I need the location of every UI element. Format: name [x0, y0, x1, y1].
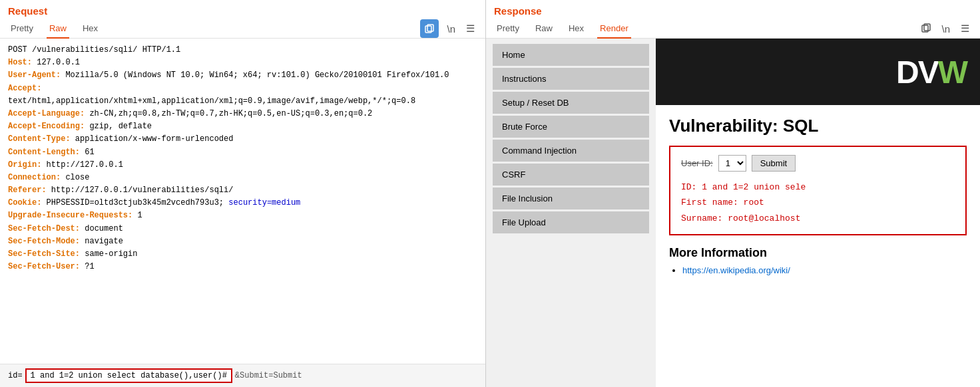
dvwa-logo: DVW	[896, 54, 967, 90]
copy-icon[interactable]	[420, 19, 439, 38]
vuln-title: Vulnerability: SQL	[669, 116, 967, 136]
result-firstname: First name: root	[681, 195, 955, 210]
sqli-box: User ID: 1 2 3 Submit ID: 1 and 1=2 unio…	[669, 146, 967, 235]
sidebar-item-csrf[interactable]: CSRF	[493, 164, 649, 186]
tab-render-response[interactable]: Render	[597, 19, 631, 39]
response-tab-icons: \n ☰	[919, 21, 972, 36]
result-id: ID: 1 and 1=2 union sele	[681, 180, 955, 195]
response-title: Response	[494, 5, 542, 17]
result-surname: Surname: root@localhost	[681, 211, 955, 226]
more-info-link-1[interactable]: https://en.wikipedia.org/wiki/	[682, 265, 790, 275]
sidebar-item-setup[interactable]: Setup / Reset DB	[493, 92, 649, 114]
sidebar-item-file-inclusion[interactable]: File Inclusion	[493, 188, 649, 209]
tab-raw-request[interactable]: Raw	[47, 19, 69, 39]
sidebar-item-command-injection[interactable]: Command Injection	[493, 140, 649, 162]
request-line-accept: Accept:	[8, 82, 477, 95]
result-text: ID: 1 and 1=2 union sele First name: roo…	[681, 180, 955, 226]
response-panel: Response Pretty Raw Hex Render \n ☰ Home…	[486, 0, 980, 387]
request-line-ae: Accept-Encoding: gzip, deflate	[8, 120, 477, 133]
response-tab-bar: Pretty Raw Hex Render \n ☰	[486, 19, 980, 39]
tab-hex-request[interactable]: Hex	[80, 19, 101, 39]
request-line-host: Host: 127.0.0.1	[8, 57, 477, 69]
user-id-select[interactable]: 1 2 3	[718, 155, 746, 172]
request-body: POST /vulnerabilities/sqli/ HTTP/1.1 Hos…	[0, 39, 485, 364]
request-panel: Request Pretty Raw Hex \n ☰ POST /vulner…	[0, 0, 486, 387]
request-title: Request	[8, 5, 47, 17]
sidebar-item-home[interactable]: Home	[493, 44, 649, 66]
request-line-1: POST /vulnerabilities/sqli/ HTTP/1.1	[8, 44, 477, 57]
sidebar-nav: Home Instructions Setup / Reset DB Brute…	[486, 39, 656, 387]
tab-raw-response[interactable]: Raw	[533, 19, 555, 39]
main-content: DVW Vulnerability: SQL User ID: 1 2 3 Su…	[656, 39, 980, 387]
more-info-title: More Information	[669, 246, 967, 260]
tab-pretty-request[interactable]: Pretty	[8, 19, 36, 39]
response-header: Response	[486, 0, 980, 19]
copy-response-icon[interactable]	[919, 22, 933, 36]
content-body: Vulnerability: SQL User ID: 1 2 3 Submit…	[656, 105, 980, 289]
user-id-label: User ID:	[681, 158, 713, 168]
footer-id-label: id=	[8, 371, 23, 380]
request-line-sfm: Sec-Fetch-Mode: navigate	[8, 235, 477, 248]
response-content: Home Instructions Setup / Reset DB Brute…	[486, 39, 980, 387]
request-line-conn: Connection: close	[8, 172, 477, 184]
request-line-uir: Upgrade-Insecure-Requests: 1	[8, 209, 477, 222]
menu-icon[interactable]: ☰	[463, 21, 477, 36]
request-tab-bar: Pretty Raw Hex \n ☰	[0, 19, 485, 39]
dvwa-header: DVW	[656, 39, 980, 105]
ln-response-icon[interactable]: \n	[939, 22, 953, 36]
request-line-accept-val: text/html,application/xhtml+xml,applicat…	[8, 95, 477, 108]
request-header: Request	[0, 0, 485, 19]
footer-rest: &Submit=Submit	[235, 371, 302, 380]
sidebar-item-instructions[interactable]: Instructions	[493, 68, 649, 90]
sidebar-item-brute-force[interactable]: Brute Force	[493, 116, 649, 138]
tab-pretty-response[interactable]: Pretty	[494, 19, 522, 39]
request-tab-icons: \n ☰	[420, 19, 477, 38]
request-line-al: Accept-Language: zh-CN,zh;q=0.8,zh-TW;q=…	[8, 108, 477, 120]
request-line-cookie: Cookie: PHPSESSID=oltd3ctjub3k45m2vcedh7…	[8, 197, 477, 209]
more-info-list: https://en.wikipedia.org/wiki/	[669, 265, 967, 275]
form-row: User ID: 1 2 3 Submit	[681, 155, 955, 172]
ln-icon[interactable]: \n	[444, 22, 458, 36]
request-line-origin: Origin: http://127.0.0.1	[8, 159, 477, 172]
sidebar-item-file-upload[interactable]: File Upload	[493, 211, 649, 233]
request-line-referer: Referer: http://127.0.0.1/vulnerabilitie…	[8, 184, 477, 197]
request-line-cl: Content-Length: 61	[8, 146, 477, 159]
request-line-ua: User-Agent: Mozilla/5.0 (Windows NT 10.0…	[8, 69, 477, 82]
request-line-sfu: Sec-Fetch-User: ?1	[8, 261, 477, 273]
footer-id-value: 1 and 1=2 union select database(),user()…	[25, 368, 232, 383]
request-footer: id= 1 and 1=2 union select database(),us…	[0, 364, 485, 387]
submit-button[interactable]: Submit	[752, 155, 796, 172]
request-line-ct: Content-Type: application/x-www-form-url…	[8, 133, 477, 146]
request-line-sfd: Sec-Fetch-Dest: document	[8, 223, 477, 235]
tab-hex-response[interactable]: Hex	[566, 19, 587, 39]
request-line-sfs: Sec-Fetch-Site: same-origin	[8, 248, 477, 261]
menu-response-icon[interactable]: ☰	[958, 21, 972, 36]
